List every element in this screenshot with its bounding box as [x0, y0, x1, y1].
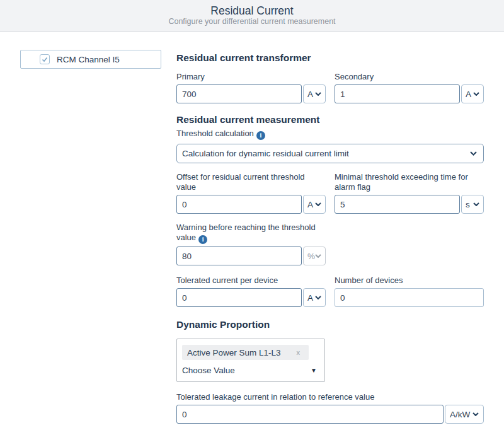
- info-icon[interactable]: i: [256, 131, 265, 140]
- field-secondary: Secondary A: [335, 72, 484, 103]
- primary-input[interactable]: [176, 84, 302, 103]
- secondary-unit-value: A: [466, 90, 471, 99]
- section-heading-measurement: Residual current measurement: [176, 113, 484, 126]
- warning-unit-select: %: [303, 246, 326, 265]
- min-exceed-time-input[interactable]: [335, 195, 460, 214]
- primary-label: Primary: [176, 72, 326, 82]
- field-device-count: Number of devices: [335, 276, 484, 307]
- offset-input[interactable]: [176, 195, 302, 214]
- chevron-down-icon: [315, 296, 321, 299]
- threshold-calculation-label: Threshold calculationi: [176, 129, 484, 140]
- leakage-unit-select[interactable]: A/kW: [445, 405, 484, 424]
- tolerated-current-unit-select[interactable]: A: [303, 288, 326, 307]
- chevron-down-icon: [315, 92, 321, 96]
- offset-unit-select[interactable]: A: [303, 195, 326, 214]
- selected-value-tag: Active Power Sum L1-L3 x: [182, 345, 309, 360]
- channel-label: RCM Channel I5: [57, 55, 120, 64]
- page: Residual Current Configure your differen…: [0, 0, 504, 435]
- chevron-down-icon: [473, 92, 479, 96]
- page-header: Residual Current Configure your differen…: [0, 0, 504, 32]
- secondary-label: Secondary: [335, 72, 484, 82]
- section-heading-transformer: Residual current transformer: [176, 52, 484, 64]
- choose-value-placeholder: Choose Value: [182, 366, 235, 375]
- section-heading-dynamic-proportion: Dynamic Proportion: [176, 318, 484, 331]
- row-primary-secondary: Primary A Secondary A: [176, 72, 484, 103]
- primary-unit-value: A: [307, 90, 313, 99]
- channel-sidebar: RCM Channel I5: [20, 50, 161, 69]
- chevron-down-icon: [472, 412, 479, 416]
- page-subtitle: Configure your differential current meas…: [0, 17, 504, 26]
- row-tolerated-devices: Tolerated current per device A Number of…: [176, 276, 484, 307]
- threshold-calculation-select[interactable]: Calculation for dynamic residual current…: [176, 144, 484, 163]
- warning-input[interactable]: [176, 246, 302, 265]
- secondary-input[interactable]: [335, 84, 460, 103]
- leakage-input[interactable]: [176, 405, 444, 424]
- threshold-calculation-label-text: Threshold calculation: [176, 129, 254, 138]
- dynamic-proportion-multiselect[interactable]: Active Power Sum L1-L3 x Choose Value ▼: [176, 339, 325, 382]
- row-warning: Warning before reaching the threshold va…: [176, 223, 484, 265]
- warning-unit-value: %: [307, 252, 315, 261]
- device-count-input[interactable]: [335, 288, 484, 307]
- min-exceed-time-label: Minimal threshold exceeding time for ala…: [335, 172, 484, 192]
- min-exceed-time-unit-value: s: [466, 200, 470, 209]
- warning-label: Warning before reaching the threshold va…: [176, 223, 326, 244]
- tolerated-current-label: Tolerated current per device: [176, 276, 326, 286]
- field-offset: Offset for residual current threshold va…: [176, 172, 326, 214]
- selected-value-tag-label: Active Power Sum L1-L3: [187, 348, 281, 357]
- secondary-unit-select[interactable]: A: [461, 84, 484, 103]
- offset-label: Offset for residual current threshold va…: [176, 172, 326, 192]
- field-min-exceed-time: Minimal threshold exceeding time for ala…: [335, 172, 484, 214]
- field-primary: Primary A: [176, 72, 326, 103]
- field-warning: Warning before reaching the threshold va…: [176, 223, 326, 265]
- tolerated-current-input[interactable]: [176, 288, 302, 307]
- primary-unit-select[interactable]: A: [303, 84, 326, 103]
- chevron-down-icon: [315, 202, 321, 206]
- row-offset-time: Offset for residual current threshold va…: [176, 172, 484, 214]
- threshold-calculation-value: Calculation for dynamic residual current…: [182, 149, 349, 158]
- device-count-label: Number of devices: [335, 276, 484, 286]
- sidebar-item-rcm-channel[interactable]: RCM Channel I5: [20, 50, 161, 69]
- field-tolerated-current: Tolerated current per device A: [176, 276, 326, 307]
- choose-value-row[interactable]: Choose Value ▼: [182, 366, 319, 376]
- field-leakage: Tolerated leakage current in relation to…: [176, 392, 484, 424]
- warning-label-text: Warning before reaching the threshold va…: [176, 223, 316, 242]
- dropdown-triangle-icon: ▼: [311, 367, 317, 374]
- leakage-unit-value: A/kW: [450, 410, 470, 419]
- form-main: Residual current transformer Primary A S…: [176, 33, 484, 424]
- leakage-label: Tolerated leakage current in relation to…: [176, 392, 484, 402]
- offset-unit-value: A: [307, 200, 313, 209]
- page-title: Residual Current: [0, 0, 504, 17]
- checkbox-checked-icon[interactable]: [40, 54, 50, 64]
- min-exceed-time-unit-select[interactable]: s: [461, 195, 484, 214]
- remove-tag-button[interactable]: x: [297, 349, 301, 356]
- chevron-down-icon: [473, 202, 479, 206]
- tolerated-current-unit-value: A: [307, 293, 313, 303]
- info-icon[interactable]: i: [198, 235, 207, 244]
- chevron-down-icon: [315, 254, 321, 258]
- chevron-down-icon: [470, 151, 477, 156]
